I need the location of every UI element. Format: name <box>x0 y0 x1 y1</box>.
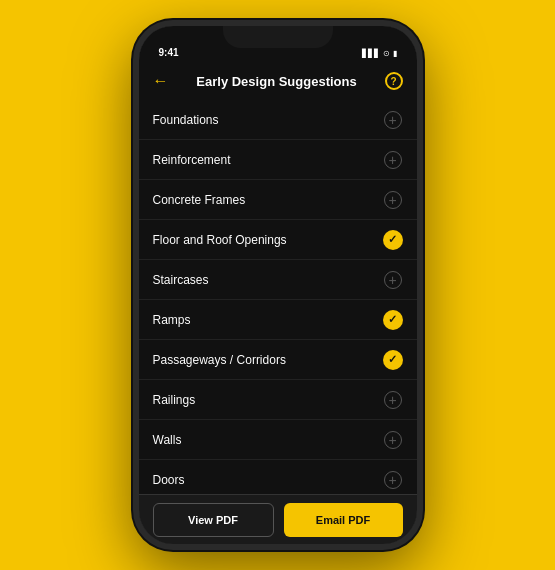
add-icon: + <box>383 270 403 290</box>
status-time: 9:41 <box>159 47 179 58</box>
list-item[interactable]: Floor and Roof Openings✓ <box>139 220 417 260</box>
add-icon: + <box>383 150 403 170</box>
list-container: Foundations+Reinforcement+Concrete Frame… <box>139 100 417 494</box>
add-icon: + <box>383 110 403 130</box>
check-icon: ✓ <box>383 230 403 250</box>
list-item-label: Passageways / Corridors <box>153 353 286 367</box>
status-icons: ▋▋▋ ⊙ ▮ <box>362 49 397 58</box>
help-button[interactable]: ? <box>385 72 403 90</box>
add-icon: + <box>383 390 403 410</box>
add-icon: + <box>383 190 403 210</box>
list-item-label: Railings <box>153 393 196 407</box>
list-item-label: Reinforcement <box>153 153 231 167</box>
page-title: Early Design Suggestions <box>196 74 356 89</box>
battery-icon: ▮ <box>393 49 397 58</box>
signal-icon: ▋▋▋ <box>362 49 380 58</box>
list-item[interactable]: Staircases+ <box>139 260 417 300</box>
email-pdf-button[interactable]: Email PDF <box>284 503 403 537</box>
list-item-label: Doors <box>153 473 185 487</box>
wifi-icon: ⊙ <box>383 49 390 58</box>
list-item[interactable]: Passageways / Corridors✓ <box>139 340 417 380</box>
add-icon: + <box>383 430 403 450</box>
list-item-label: Ramps <box>153 313 191 327</box>
phone-container: 9:41 ▋▋▋ ⊙ ▮ ← Early Design Suggestions … <box>133 20 423 550</box>
list-item[interactable]: Doors+ <box>139 460 417 494</box>
list-item[interactable]: Reinforcement+ <box>139 140 417 180</box>
list-item[interactable]: Ramps✓ <box>139 300 417 340</box>
list-item-label: Foundations <box>153 113 219 127</box>
nav-bar: ← Early Design Suggestions ? <box>139 62 417 100</box>
list-item[interactable]: Walls+ <box>139 420 417 460</box>
check-icon: ✓ <box>383 350 403 370</box>
view-pdf-button[interactable]: View PDF <box>153 503 274 537</box>
list-item[interactable]: Concrete Frames+ <box>139 180 417 220</box>
add-icon: + <box>383 470 403 490</box>
list-item[interactable]: Foundations+ <box>139 100 417 140</box>
list-item-label: Walls <box>153 433 182 447</box>
list-item-label: Staircases <box>153 273 209 287</box>
list-item-label: Concrete Frames <box>153 193 246 207</box>
status-bar: 9:41 ▋▋▋ ⊙ ▮ <box>139 26 417 62</box>
check-icon: ✓ <box>383 310 403 330</box>
bottom-bar: View PDF Email PDF <box>139 494 417 544</box>
back-button[interactable]: ← <box>153 72 169 90</box>
list-item[interactable]: Railings+ <box>139 380 417 420</box>
list-item-label: Floor and Roof Openings <box>153 233 287 247</box>
